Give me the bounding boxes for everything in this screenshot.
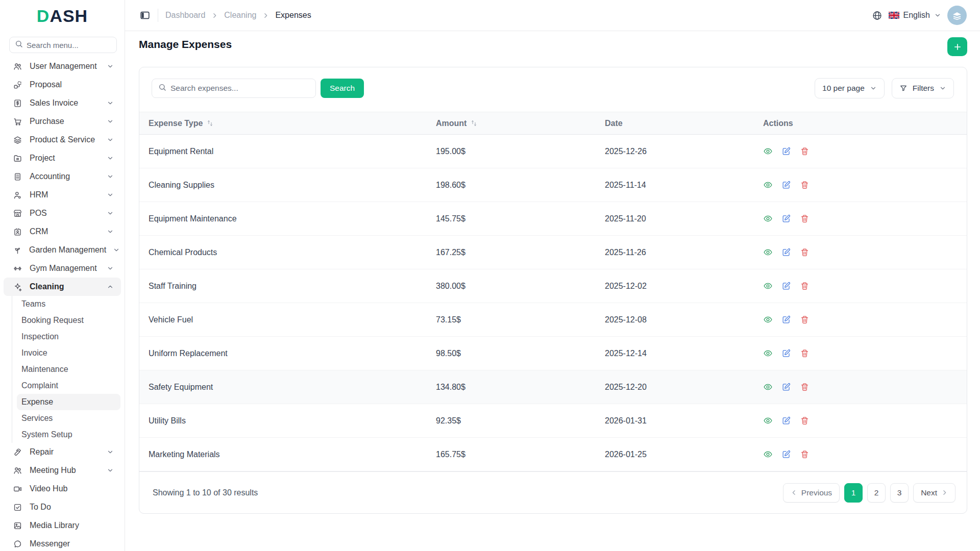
add-expense-button[interactable] <box>947 37 967 56</box>
page-button-2[interactable]: 2 <box>867 483 886 503</box>
sidebar-item-crm[interactable]: CRM <box>4 222 121 241</box>
sidebar-item-hrm[interactable]: HRM <box>4 186 121 204</box>
sidebar-item-cleaning[interactable]: Cleaning <box>4 278 121 296</box>
delete-icon-button[interactable] <box>800 180 810 190</box>
chevron-down-icon <box>934 12 941 19</box>
sidebar-item-label: CRM <box>30 227 100 236</box>
expense-search-input[interactable] <box>170 84 309 93</box>
view-eye-icon-button[interactable] <box>763 247 773 257</box>
edit-icon-button[interactable] <box>781 315 791 324</box>
sidebar-item-media-library[interactable]: Media Library <box>4 516 121 535</box>
delete-icon-button[interactable] <box>800 382 810 392</box>
language-label: English <box>903 11 930 20</box>
sidebar-item-project[interactable]: Project <box>4 149 121 167</box>
brand-logo-accent: D <box>37 6 50 26</box>
edit-icon-button[interactable] <box>781 382 791 392</box>
sidebar-item-proposal[interactable]: Proposal <box>4 76 121 94</box>
sidebar-item-pos[interactable]: POS <box>4 204 121 222</box>
filters-button[interactable]: Filters <box>892 78 954 98</box>
submenu-item-teams[interactable]: Teams <box>0 296 120 312</box>
cell-actions <box>763 438 967 471</box>
submenu-item-system-setup[interactable]: System Setup <box>0 427 120 443</box>
submenu-item-maintenance[interactable]: Maintenance <box>0 361 120 378</box>
view-eye-icon-button[interactable] <box>763 281 773 291</box>
chevron-down-icon <box>107 228 114 235</box>
sidebar-item-user-management[interactable]: User Management <box>4 57 121 76</box>
edit-icon-button[interactable] <box>781 416 791 425</box>
view-eye-icon-button[interactable] <box>763 449 773 459</box>
column-header-amount[interactable]: Amount <box>436 112 605 135</box>
image-icon <box>13 520 23 531</box>
breadcrumb-cleaning[interactable]: Cleaning <box>224 11 256 20</box>
edit-icon-button[interactable] <box>781 348 791 358</box>
sidebar-item-video-hub[interactable]: Video Hub <box>4 480 121 498</box>
plant-icon <box>13 245 22 255</box>
view-eye-icon-button[interactable] <box>763 180 773 190</box>
sidebar-item-garden-management[interactable]: Garden Management <box>4 241 121 259</box>
sidebar-item-product-service[interactable]: Product & Service <box>4 131 121 149</box>
sort-icon[interactable] <box>470 119 478 127</box>
delete-icon-button[interactable] <box>800 416 810 425</box>
sort-icon[interactable] <box>206 119 214 127</box>
search-button[interactable]: Search <box>321 79 364 98</box>
page-head: Manage Expenses <box>139 37 967 56</box>
sales-invoice-icon <box>13 98 23 108</box>
view-eye-icon-button[interactable] <box>763 214 773 223</box>
view-eye-icon-button[interactable] <box>763 382 773 392</box>
submenu-item-expense[interactable]: Expense <box>17 394 120 410</box>
sidebar-item-gym-management[interactable]: Gym Management <box>4 259 121 278</box>
sidebar-item-sales-invoice[interactable]: Sales Invoice <box>4 94 121 112</box>
column-header-expense-type[interactable]: Expense Type <box>139 112 436 135</box>
globe-icon[interactable] <box>872 10 883 21</box>
chevron-down-icon <box>939 85 946 92</box>
view-eye-icon-button[interactable] <box>763 348 773 358</box>
page-button-3[interactable]: 3 <box>890 483 909 503</box>
delete-icon-button[interactable] <box>800 214 810 223</box>
submenu-item-complaint[interactable]: Complaint <box>0 378 120 394</box>
breadcrumb-dashboard[interactable]: Dashboard <box>165 11 205 20</box>
submenu-item-booking-request[interactable]: Booking Request <box>0 312 120 329</box>
per-page-select[interactable]: 10 per page <box>815 78 885 98</box>
delete-icon-button[interactable] <box>800 348 810 358</box>
next-page-button[interactable]: Next <box>913 483 955 503</box>
view-eye-icon-button[interactable] <box>763 315 773 324</box>
sidebar-search-input[interactable] <box>27 41 111 49</box>
sidebar-item-to-do[interactable]: To Do <box>4 498 121 516</box>
delete-icon-button[interactable] <box>800 315 810 324</box>
edit-icon-button[interactable] <box>781 247 791 257</box>
previous-page-button[interactable]: Previous <box>783 483 840 503</box>
delete-icon-button[interactable] <box>800 449 810 459</box>
expense-search-field[interactable] <box>152 79 316 98</box>
sidebar-search[interactable] <box>9 37 117 53</box>
cell-amount: 145.75$ <box>436 202 605 236</box>
cell-amount: 73.15$ <box>436 303 605 337</box>
sidebar-item-purchase[interactable]: Purchase <box>4 112 121 131</box>
edit-icon-button[interactable] <box>781 449 791 459</box>
sidebar-item-repair[interactable]: Repair <box>4 443 121 461</box>
edit-icon-button[interactable] <box>781 214 791 223</box>
language-selector[interactable]: English <box>889 11 941 20</box>
submenu-item-invoice[interactable]: Invoice <box>0 345 120 361</box>
page-button-1[interactable]: 1 <box>844 483 863 503</box>
cell-actions <box>763 135 967 168</box>
edit-icon-button[interactable] <box>781 180 791 190</box>
delete-icon-button[interactable] <box>800 281 810 291</box>
sidebar-item-meeting-hub[interactable]: Meeting Hub <box>4 461 121 480</box>
cart-icon <box>13 116 23 127</box>
edit-icon-button[interactable] <box>781 281 791 291</box>
submenu-item-inspection[interactable]: Inspection <box>0 329 120 345</box>
avatar[interactable] <box>947 6 967 25</box>
delete-icon-button[interactable] <box>800 146 810 156</box>
cell-actions <box>763 236 967 269</box>
sidebar-item-messenger[interactable]: Messenger <box>4 535 121 551</box>
sidebar-item-label: Repair <box>30 447 100 457</box>
view-eye-icon-button[interactable] <box>763 146 773 156</box>
edit-icon-button[interactable] <box>781 146 791 156</box>
submenu-item-services[interactable]: Services <box>0 410 120 427</box>
delete-icon-button[interactable] <box>800 247 810 257</box>
view-eye-icon-button[interactable] <box>763 416 773 425</box>
sidebar-item-accounting[interactable]: Accounting <box>4 167 121 186</box>
sidebar-item-label: POS <box>30 209 100 218</box>
sidebar-toggle-icon[interactable] <box>139 10 151 21</box>
sidebar-item-label: User Management <box>30 62 100 71</box>
